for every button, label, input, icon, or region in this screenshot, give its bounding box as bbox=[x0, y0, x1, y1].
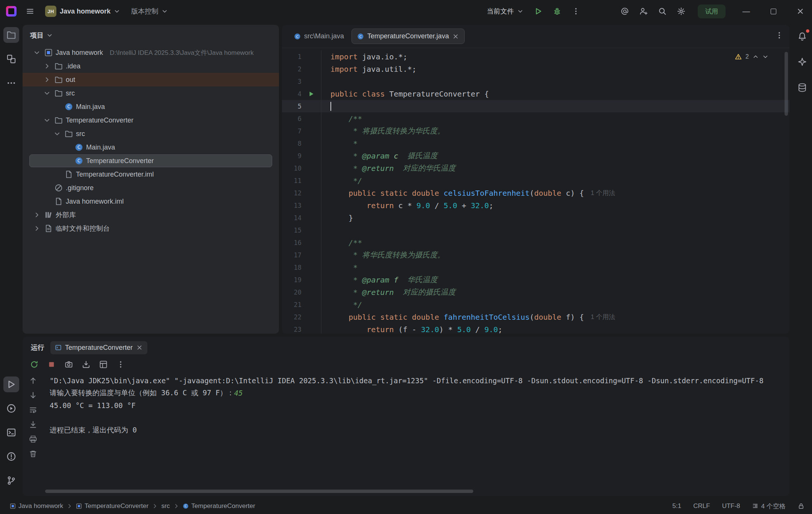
code-text[interactable]: public static double celsiusToFahrenheit… bbox=[321, 187, 789, 199]
code-text[interactable]: * @param f 华氏温度 bbox=[321, 274, 789, 286]
gutter[interactable] bbox=[301, 112, 321, 125]
chevron-right-icon[interactable] bbox=[32, 225, 41, 232]
code-line[interactable]: 5 bbox=[282, 100, 789, 112]
gutter[interactable] bbox=[301, 125, 321, 137]
editor-options-icon[interactable] bbox=[775, 31, 783, 39]
gutter[interactable] bbox=[301, 298, 321, 311]
tree-row[interactable]: .idea bbox=[23, 59, 279, 73]
line-number[interactable]: 18 bbox=[282, 264, 301, 271]
tree-row[interactable]: TemperatureConverter bbox=[23, 113, 279, 127]
main-menu-button[interactable] bbox=[23, 4, 38, 19]
code-line[interactable]: 8 * bbox=[282, 137, 789, 150]
code-area[interactable]: 1import java.io.*;2import java.util.*;34… bbox=[282, 48, 789, 334]
line-number[interactable]: 5 bbox=[282, 103, 301, 110]
code-text[interactable] bbox=[321, 224, 789, 236]
code-line[interactable]: 22 public static double fahrenheitToCels… bbox=[282, 311, 789, 323]
code-line[interactable]: 20 * @return 对应的摄氏温度 bbox=[282, 286, 789, 298]
breadcrumb[interactable]: TemperatureConverter bbox=[76, 502, 148, 510]
code-line[interactable]: 2import java.util.*; bbox=[282, 63, 789, 75]
code-line[interactable]: 9 * @param c 摄氏温度 bbox=[282, 150, 789, 162]
chevron-right-icon[interactable] bbox=[42, 63, 52, 70]
tree-row[interactable]: 临时文件和控制台 bbox=[23, 222, 279, 235]
structure-tool-button[interactable] bbox=[3, 51, 19, 67]
code-text[interactable]: public class TemperatureConverter { bbox=[321, 88, 789, 100]
line-number[interactable]: 20 bbox=[282, 289, 301, 296]
line-number[interactable]: 15 bbox=[282, 227, 301, 234]
line-number[interactable]: 9 bbox=[282, 152, 301, 160]
code-text[interactable]: * 将摄氏度转换为华氏度。 bbox=[321, 125, 789, 137]
run-configuration-widget[interactable]: 当前文件 bbox=[483, 5, 527, 18]
chevron-down-icon[interactable] bbox=[42, 90, 52, 97]
tree-row[interactable]: CTemperatureConverter bbox=[23, 154, 279, 168]
settings-button[interactable] bbox=[674, 4, 689, 19]
line-number[interactable]: 6 bbox=[282, 115, 301, 122]
tree-row[interactable]: src bbox=[23, 86, 279, 100]
arrow-down-icon[interactable] bbox=[29, 391, 37, 399]
close-icon[interactable] bbox=[136, 344, 143, 351]
line-number[interactable]: 23 bbox=[282, 326, 301, 333]
breadcrumb[interactable]: C TemperatureConverter bbox=[183, 502, 255, 510]
code-line[interactable]: 18 * bbox=[282, 261, 789, 274]
code-text[interactable]: * bbox=[321, 137, 789, 150]
breadcrumb[interactable]: src bbox=[161, 502, 170, 510]
restore-layout-icon[interactable] bbox=[99, 360, 108, 369]
code-text[interactable]: * @return 对应的华氏温度 bbox=[321, 162, 789, 174]
close-button[interactable] bbox=[789, 0, 812, 23]
stop-icon[interactable] bbox=[47, 360, 56, 369]
code-line[interactable]: 15 bbox=[282, 224, 789, 236]
clear-icon[interactable] bbox=[29, 450, 37, 458]
line-number[interactable]: 12 bbox=[282, 189, 301, 197]
code-text[interactable]: * 将华氏度转换为摄氏度。 bbox=[321, 249, 789, 261]
gutter[interactable] bbox=[301, 224, 321, 236]
breadcrumb[interactable]: Java homework bbox=[10, 502, 63, 510]
line-number[interactable]: 11 bbox=[282, 177, 301, 184]
editor-tab-active[interactable]: C TemperatureConverter.java bbox=[351, 29, 465, 44]
line-number[interactable]: 4 bbox=[282, 90, 301, 98]
rerun-icon[interactable] bbox=[30, 360, 38, 369]
gutter[interactable] bbox=[301, 286, 321, 298]
gutter[interactable] bbox=[301, 199, 321, 212]
code-line[interactable]: 4public class TemperatureConverter { bbox=[282, 88, 789, 100]
lock-icon[interactable] bbox=[798, 503, 804, 509]
indent-setting[interactable]: 4 个空格 bbox=[752, 502, 786, 511]
code-text[interactable]: * @return 对应的摄氏温度 bbox=[321, 286, 789, 298]
line-number[interactable]: 3 bbox=[282, 78, 301, 85]
line-number[interactable]: 22 bbox=[282, 313, 301, 321]
code-line[interactable]: 19 * @param f 华氏温度 bbox=[282, 274, 789, 286]
console-output[interactable]: "D:\Java JDK25\bin\java.exe" "-javaagent… bbox=[44, 373, 789, 496]
notifications-button[interactable] bbox=[794, 29, 810, 44]
gutter[interactable] bbox=[301, 261, 321, 274]
code-text[interactable]: */ bbox=[321, 174, 789, 187]
arrow-up-icon[interactable] bbox=[29, 376, 37, 385]
code-line[interactable]: 17 * 将华氏度转换为摄氏度。 bbox=[282, 249, 789, 261]
thread-dump-icon[interactable] bbox=[65, 360, 73, 369]
code-text[interactable]: return (f - 32.0) * 5.0 / 9.0; bbox=[321, 323, 789, 334]
line-number[interactable]: 1 bbox=[282, 53, 301, 60]
scrollbar-thumb[interactable] bbox=[45, 490, 473, 493]
print-icon[interactable] bbox=[29, 435, 37, 443]
services-tool-button[interactable] bbox=[3, 401, 19, 416]
tree-row[interactable]: TemperatureConverter.iml bbox=[23, 168, 279, 181]
gutter[interactable] bbox=[301, 63, 321, 75]
chevron-down-icon[interactable] bbox=[53, 130, 62, 137]
tree-row[interactable]: CMain.java bbox=[23, 100, 279, 113]
gutter[interactable] bbox=[301, 100, 321, 112]
minimize-button[interactable]: — bbox=[735, 0, 758, 23]
code-text[interactable]: */ bbox=[321, 298, 789, 311]
chevron-right-icon[interactable] bbox=[32, 212, 41, 218]
soft-wrap-icon[interactable] bbox=[29, 406, 37, 414]
project-panel-header[interactable]: 项目 bbox=[23, 25, 279, 46]
more-options-icon[interactable] bbox=[117, 360, 125, 369]
code-text[interactable]: * bbox=[321, 261, 789, 274]
gutter[interactable] bbox=[301, 162, 321, 174]
inspections-widget[interactable]: 2 bbox=[735, 53, 768, 60]
chevron-right-icon[interactable] bbox=[42, 76, 52, 83]
gutter[interactable] bbox=[301, 174, 321, 187]
horizontal-scrollbar[interactable] bbox=[45, 490, 771, 493]
line-number[interactable]: 13 bbox=[282, 202, 301, 209]
vcs-widget[interactable]: 版本控制 bbox=[127, 5, 171, 18]
gutter[interactable] bbox=[301, 249, 321, 261]
code-text[interactable] bbox=[321, 100, 789, 112]
gutter[interactable] bbox=[301, 212, 321, 224]
code-line[interactable]: 13 return c * 9.0 / 5.0 + 32.0; bbox=[282, 199, 789, 212]
